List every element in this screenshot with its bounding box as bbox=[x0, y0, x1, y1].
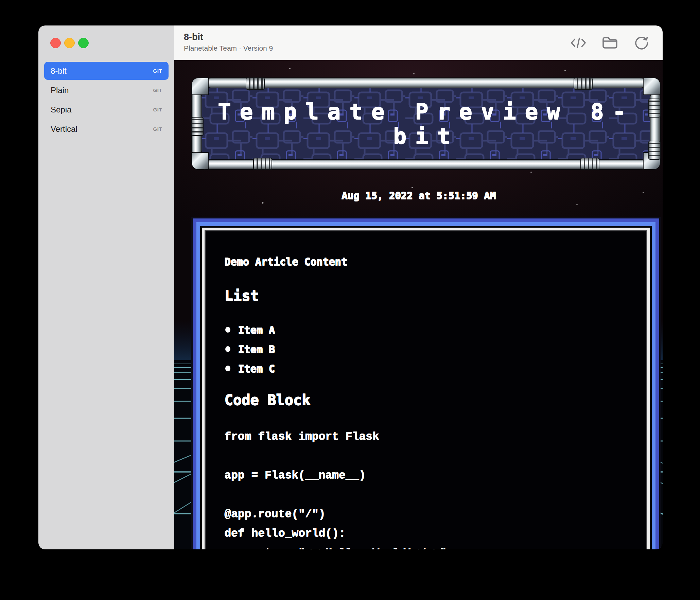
list-item: Item A bbox=[224, 320, 628, 339]
template-preview: Template Preview 8- bit A bbox=[174, 60, 663, 549]
code-heading: Code Block bbox=[224, 392, 628, 408]
git-badge: GIT bbox=[153, 126, 162, 132]
sidebar-item-label: Vertical bbox=[51, 124, 77, 134]
sidebar: 8-bit GIT Plain GIT Sepia GIT Vertical G… bbox=[38, 25, 174, 549]
pipe-coupling bbox=[574, 77, 593, 90]
sidebar-item-vertical[interactable]: Vertical GIT bbox=[44, 120, 169, 138]
code-icon bbox=[570, 35, 587, 51]
list-item: Item C bbox=[224, 359, 628, 378]
git-badge: GIT bbox=[153, 68, 162, 74]
demo-list: Item A Item B Item C bbox=[224, 320, 628, 378]
close-button[interactable] bbox=[50, 38, 61, 48]
reload-icon bbox=[634, 35, 649, 51]
banner-title-line2: bit bbox=[393, 124, 459, 148]
sidebar-item-label: Plain bbox=[51, 86, 69, 95]
bullet-dot bbox=[225, 366, 230, 371]
sidebar-item-8bit[interactable]: 8-bit GIT bbox=[44, 62, 169, 80]
toolbar bbox=[570, 25, 650, 60]
git-badge: GIT bbox=[153, 107, 162, 112]
git-badge: GIT bbox=[153, 87, 162, 93]
banner-pipe-corner bbox=[192, 78, 208, 94]
sidebar-item-plain[interactable]: Plain GIT bbox=[44, 81, 169, 99]
publish-date: Aug 15, 2022 at 5:51:59 AM bbox=[174, 189, 663, 201]
app-window: 8-bit GIT Plain GIT Sepia GIT Vertical G… bbox=[38, 25, 663, 549]
bullet-dot bbox=[225, 327, 230, 333]
code-block: from flask import Flask app = Flask(__na… bbox=[224, 427, 628, 549]
banner-title-line1: Template Preview 8- bbox=[217, 99, 634, 124]
pipe-coupling bbox=[246, 77, 265, 90]
list-heading: List bbox=[224, 287, 628, 304]
minimize-button[interactable] bbox=[64, 38, 75, 48]
pipe-coupling bbox=[253, 158, 272, 170]
open-folder-button[interactable] bbox=[602, 35, 618, 51]
pipe-coupling bbox=[191, 117, 204, 136]
pipe-coupling bbox=[648, 99, 661, 118]
header-bar: 8-bit Planetable Team · Version 9 bbox=[174, 25, 663, 60]
banner-pipe-corner bbox=[192, 153, 208, 169]
banner-pipe-corner bbox=[644, 78, 660, 94]
reload-button[interactable] bbox=[633, 35, 650, 51]
pipe-coupling bbox=[580, 158, 599, 170]
sidebar-item-sepia[interactable]: Sepia GIT bbox=[44, 101, 169, 119]
zoom-button[interactable] bbox=[78, 38, 89, 48]
sidebar-item-label: Sepia bbox=[51, 105, 71, 114]
template-list: 8-bit GIT Plain GIT Sepia GIT Vertical G… bbox=[44, 62, 169, 138]
template-banner: Template Preview 8- bit bbox=[191, 77, 661, 170]
article-box: Demo Article Content List Item A Item B bbox=[191, 217, 661, 549]
view-source-button[interactable] bbox=[570, 35, 587, 51]
list-item: Item B bbox=[224, 339, 628, 359]
sidebar-item-label: 8-bit bbox=[51, 66, 67, 76]
main-pane: 8-bit Planetable Team · Version 9 bbox=[174, 25, 663, 549]
bullet-dot bbox=[225, 346, 230, 352]
article-intro: Demo Article Content bbox=[224, 255, 628, 268]
traffic-lights bbox=[38, 25, 174, 48]
pipe-coupling bbox=[648, 141, 661, 160]
article-content: Demo Article Content List Item A Item B bbox=[205, 230, 647, 549]
folder-icon bbox=[602, 36, 618, 50]
banner-panel: Template Preview 8- bit bbox=[202, 88, 650, 160]
